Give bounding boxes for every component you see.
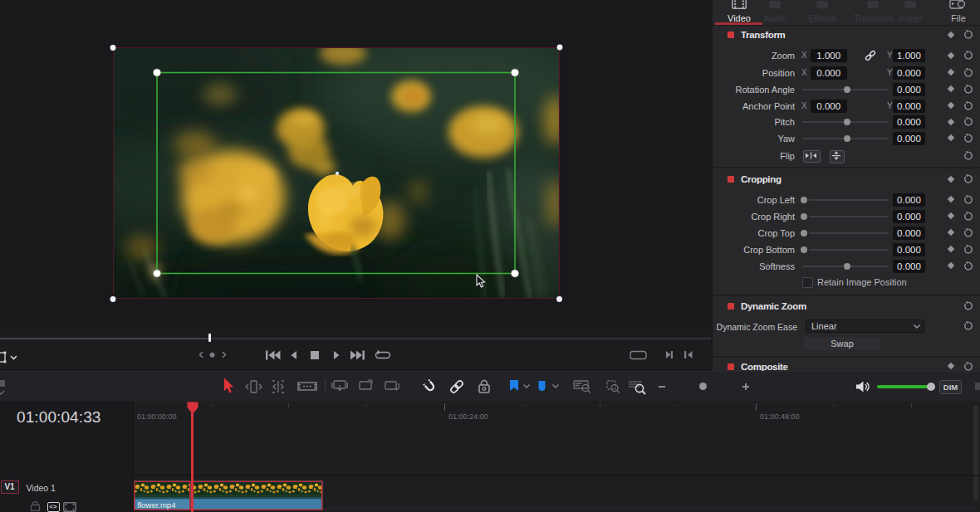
svg-text:flower.mp4: flower.mp4	[138, 500, 176, 510]
